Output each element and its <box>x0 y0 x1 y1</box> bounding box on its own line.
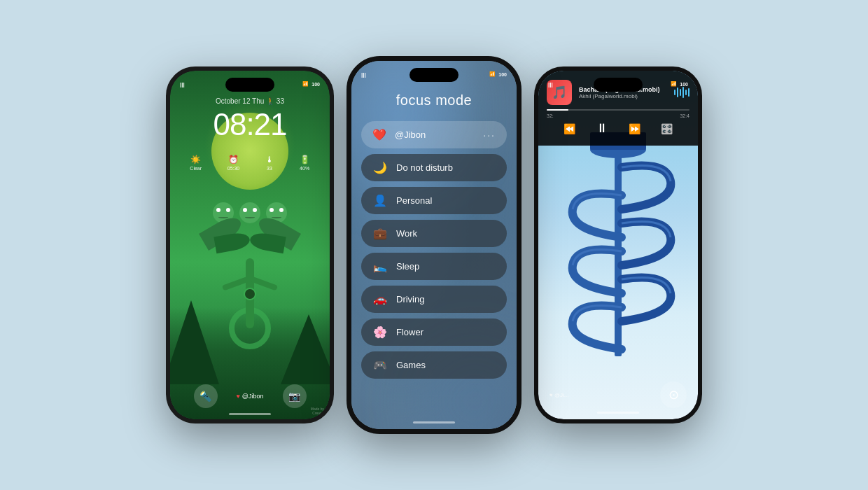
focus-item-work[interactable]: 💼 Work <box>361 220 507 247</box>
equalizer-btn[interactable]: 🎛️ <box>661 123 673 134</box>
games-icon: 🎮 <box>372 358 388 372</box>
signal-right: ||| <box>548 81 553 88</box>
work-label: Work <box>396 228 496 239</box>
driving-label: Driving <box>396 294 496 304</box>
lockscreen-time: 08:21 <box>170 107 330 142</box>
battery-right: 100 <box>680 82 688 87</box>
focus-item-flower[interactable]: 🌸 Flower <box>361 318 507 346</box>
games-label: Games <box>396 360 496 370</box>
jibon-label: ♥ @Jibon <box>237 393 264 400</box>
camera-btn[interactable]: 📷 <box>283 384 307 408</box>
weather-time: ⏰ 05:30 <box>227 155 240 171</box>
phone-left-screen: ||| 📶 100 October 12 Thu 🚶 33 08:21 ☀️ C… <box>170 71 330 419</box>
progress-bar[interactable] <box>547 109 690 111</box>
phone-right-bottom: ♥ @Ji... ⊙ <box>538 382 698 408</box>
time-current: 32: <box>547 113 554 118</box>
music-times: 32: 32:4 <box>547 113 690 118</box>
focus-item-dnd[interactable]: 🌙 Do not disturb <box>361 154 507 181</box>
wifi-right: 📶 <box>671 81 677 87</box>
battery-center: 100 <box>498 72 507 77</box>
pause-btn[interactable]: ⏸ <box>596 121 608 136</box>
phone-right-screen: ||| 📶 100 🎵 Bachalo (Pagalworld.mobi) <box>538 71 698 419</box>
focus-more-dots[interactable]: ··· <box>483 130 496 141</box>
focus-item-personal[interactable]: 👤 Personal <box>361 187 507 214</box>
car-icon: 🚗 <box>372 293 388 306</box>
work-icon: 💼 <box>372 227 388 240</box>
battery-left: 100 <box>312 82 320 87</box>
dnd-label: Do not disturb <box>396 162 496 173</box>
sleep-icon: 🛌 <box>372 260 388 273</box>
wifi-center: 📶 <box>489 71 496 77</box>
focus-item-driving[interactable]: 🚗 Driving <box>361 286 507 313</box>
signal-center: ||| <box>361 71 366 78</box>
time-total: 32:4 <box>680 113 690 118</box>
flower-icon: 🌸 <box>372 326 388 339</box>
focus-item-games[interactable]: 🎮 Games <box>361 351 507 379</box>
dynamic-island-right <box>594 78 643 92</box>
home-indicator-right <box>597 412 639 414</box>
music-controls: ⏪ ⏸ ⏩ 🎛️ <box>547 118 690 139</box>
home-indicator-center <box>413 421 455 424</box>
lockscreen-date: October 12 Thu 🚶 33 <box>170 97 330 105</box>
flashlight-btn[interactable]: 🔦 <box>194 384 218 408</box>
staircase-visual <box>541 111 695 377</box>
signal-left: ||| <box>180 81 185 88</box>
phone-center-screen: ||| 📶 100 focus mode ❤️ @Jibon ··· 🌙 <box>351 61 517 429</box>
moon-icon: 🌙 <box>372 161 388 174</box>
rewind-btn[interactable]: ⏪ <box>564 123 575 134</box>
wifi-left: 📶 <box>302 81 309 87</box>
focus-item-sleep[interactable]: 🛌 Sleep <box>361 253 507 280</box>
weather-temp: 🌡 33 <box>265 155 274 171</box>
weather-battery: 🔋 40% <box>300 155 310 171</box>
weather-widgets: ☀️ Clear ⏰ 05:30 🌡 33 🔋 40% <box>170 155 330 171</box>
phones-container: ||| 📶 100 October 12 Thu 🚶 33 08:21 ☀️ C… <box>166 56 702 434</box>
forward-btn[interactable]: ⏩ <box>629 123 640 134</box>
person-icon: 👤 <box>372 194 388 207</box>
bottom-jibon-label: ♥ @Ji... <box>550 392 569 398</box>
jibon-focus-label: @Jibon <box>395 130 475 140</box>
home-indicator-left <box>229 413 271 415</box>
focus-item-jibon[interactable]: ❤️ @Jibon ··· <box>361 121 507 148</box>
phone-left: ||| 📶 100 October 12 Thu 🚶 33 08:21 ☀️ C… <box>166 66 334 424</box>
music-artist: Akhil (Pagalworld.mobi) <box>579 93 667 99</box>
focus-title: focus mode <box>361 92 507 108</box>
personal-label: Personal <box>396 195 496 206</box>
creator-watermark: Made byCreator <box>311 407 324 415</box>
dynamic-island-left <box>225 78 274 92</box>
flower-label: Flower <box>396 327 496 337</box>
phone-center: ||| 📶 100 focus mode ❤️ @Jibon ··· 🌙 <box>346 56 522 434</box>
lockscreen-bottom: 🔦 ♥ @Jibon 📷 <box>170 384 330 408</box>
phone-right: ||| 📶 100 🎵 Bachalo (Pagalworld.mobi) <box>534 66 702 424</box>
heart-icon: ❤️ <box>372 128 386 141</box>
progress-fill <box>547 109 568 111</box>
focus-content: focus mode ❤️ @Jibon ··· 🌙 Do not distur… <box>351 61 517 429</box>
weather-clear: ☀️ Clear <box>190 155 202 171</box>
fingerprint-btn[interactable]: ⊙ <box>660 382 687 408</box>
dynamic-island-center <box>410 68 458 82</box>
sleep-label: Sleep <box>396 261 496 272</box>
